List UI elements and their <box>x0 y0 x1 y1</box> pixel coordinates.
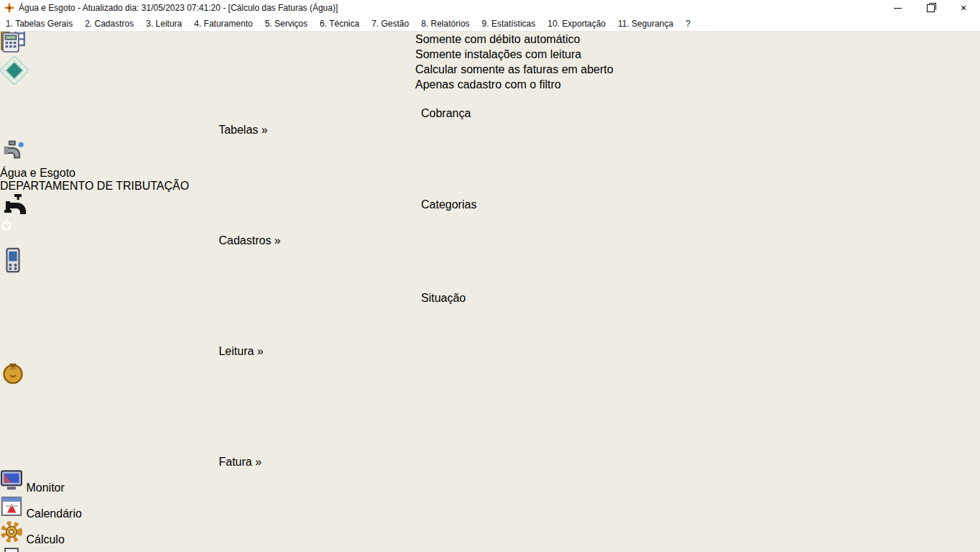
situacao-label: Situação <box>421 292 466 305</box>
gear-icon <box>0 520 23 543</box>
logo-diamond-icon <box>0 56 216 164</box>
menu-item[interactable]: 3. Leitura <box>146 19 182 29</box>
sidebar-item-calendario[interactable]: Calendário <box>0 494 980 520</box>
handheld-icon <box>0 247 216 355</box>
filter-option[interactable]: Calcular somente as faturas em aberto <box>415 63 614 76</box>
minimize-icon <box>894 8 902 9</box>
sidebar-group-fatura[interactable]: Fatura » <box>0 358 980 469</box>
sidebar-item-impressao[interactable]: Impressão <box>0 546 980 552</box>
money-bag-icon <box>0 358 216 466</box>
menu-item[interactable]: 1. Tabelas Gerais <box>6 19 73 29</box>
window-title: Água e Esgoto - Atualizado dia: 31/05/20… <box>19 3 338 13</box>
filter-option[interactable]: Somente com débito automático <box>415 33 614 46</box>
menu-item[interactable]: ? <box>685 19 690 29</box>
power-exit-button[interactable] <box>0 218 980 234</box>
menu-item[interactable]: 5. Serviços <box>265 19 308 29</box>
filter-option[interactable]: Somente instalações com leitura <box>415 48 614 61</box>
chevron-up-icon[interactable]: » <box>255 456 262 468</box>
printer-icon <box>0 546 23 552</box>
menu-item[interactable]: 11. Segurança <box>618 19 673 29</box>
menu-item[interactable]: 10. Exportação <box>547 19 606 29</box>
categorias-label: Categorias <box>421 198 476 211</box>
menu-item[interactable]: 4. Faturamento <box>194 19 252 29</box>
menu-item[interactable]: 8. Relatórios <box>421 19 469 29</box>
sidebar-group-leitura[interactable]: Leitura » <box>0 247 980 358</box>
minimize-button[interactable] <box>881 0 914 16</box>
menu-item[interactable]: 2. Cadastros <box>85 19 134 29</box>
chevron-down-icon[interactable]: » <box>274 234 281 247</box>
power-icon <box>0 218 13 231</box>
close-button[interactable]: × <box>947 0 980 16</box>
cobranca-label: Cobrança <box>421 107 471 120</box>
menu-item[interactable]: 9. Estatísticas <box>482 19 536 29</box>
monitor-icon <box>0 469 23 492</box>
menu-item[interactable]: 6. Técnica <box>320 19 359 29</box>
menu-item[interactable]: 7. Gestão <box>371 19 409 29</box>
faucet-image <box>0 193 980 218</box>
menu-bar: 1. Tabelas Gerais2. Cadastros3. Leitura4… <box>0 16 980 32</box>
calendar-icon <box>0 494 23 518</box>
close-icon: × <box>961 3 966 13</box>
filter-option[interactable]: Apenas cadastro com o filtro <box>415 78 614 91</box>
sidebar-item-monitor[interactable]: Monitor <box>0 469 980 494</box>
header-title: Água e Esgoto <box>0 167 980 180</box>
restore-icon <box>927 4 935 12</box>
header-subtitle: DEPARTAMENTO DE TRIBUTAÇÃO <box>0 180 980 193</box>
title-bar: Água e Esgoto - Atualizado dia: 31/05/20… <box>0 0 980 16</box>
application-window: Água e Esgoto - Atualizado dia: 31/05/20… <box>0 0 980 552</box>
chevron-down-icon[interactable]: » <box>257 345 264 357</box>
sidebar-item-calculo[interactable]: Cálculo <box>0 520 980 546</box>
app-flower-icon <box>4 3 14 13</box>
restore-button[interactable] <box>914 0 947 16</box>
